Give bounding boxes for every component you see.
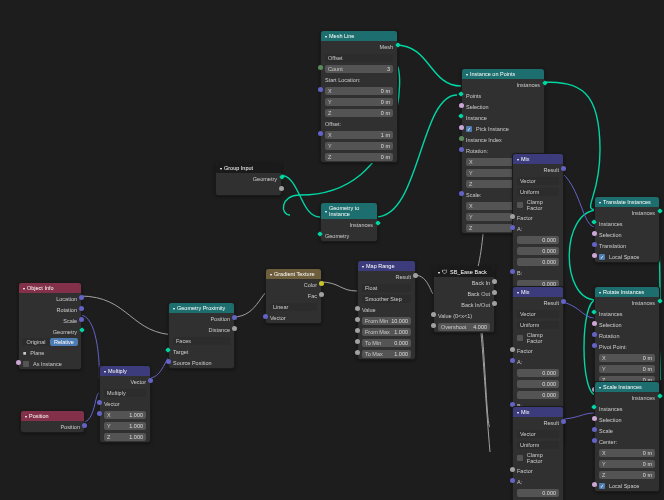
output-scale[interactable]: Scale	[19, 315, 81, 326]
field-from-max[interactable]: From Max1.000	[362, 328, 411, 336]
node-header[interactable]: ▾Position	[21, 411, 84, 421]
output-result[interactable]: Result	[513, 297, 563, 308]
input-points[interactable]: Points	[462, 90, 544, 101]
type-dropdown[interactable]: Vector	[517, 177, 559, 185]
node-mesh-line[interactable]: ▾Mesh Line Mesh Offset Count3 Start Loca…	[320, 30, 398, 163]
node-header[interactable]: ▾Mesh Line	[321, 31, 397, 41]
field-ax[interactable]: 0.000	[517, 236, 559, 244]
input-vector[interactable]: Vector	[100, 398, 150, 409]
field-to-max[interactable]: To Max1.000	[362, 350, 411, 358]
output-back-in[interactable]: Back In	[434, 277, 494, 288]
input-local-space[interactable]: Local Space	[595, 251, 659, 262]
node-header[interactable]: ▾Mix	[513, 407, 563, 417]
input-instance[interactable]: Instance	[462, 112, 544, 123]
input-count[interactable]: Count3	[321, 63, 397, 74]
input-selection[interactable]: Selection	[595, 319, 659, 330]
field-offset-z[interactable]: Z0 m	[325, 153, 393, 161]
field-z[interactable]: Z1.000	[104, 433, 146, 441]
output-result[interactable]: Result	[513, 164, 563, 175]
field-center-x[interactable]: X0 m	[599, 449, 655, 457]
node-group-input[interactable]: ▾Group Input Geometry	[215, 162, 282, 196]
input-value[interactable]: Value (0<x<1)	[434, 310, 494, 321]
input-instances[interactable]: Instances	[595, 308, 659, 319]
interp-dropdown[interactable]: Smoother Step	[362, 295, 411, 303]
node-position[interactable]: ▾Position Position	[20, 410, 85, 433]
field-to-min[interactable]: To Min0.000	[362, 339, 411, 347]
field-offset-x[interactable]: X1 m	[325, 131, 393, 139]
field-overshoot[interactable]: Overshoot4.000	[438, 323, 490, 331]
field-from-min[interactable]: From Min10.000	[362, 317, 411, 325]
input-translation[interactable]: Translation	[595, 240, 659, 251]
node-scale-instances[interactable]: ▾Scale Instances Instances Instances Sel…	[594, 381, 660, 492]
node-header[interactable]: ▾Group Input	[216, 163, 281, 173]
field-x[interactable]: X1.000	[104, 411, 146, 419]
input-factor[interactable]: Factor	[513, 212, 563, 223]
field-ax[interactable]: 0.000	[517, 489, 559, 497]
node-header[interactable]: ▾🛡SB_Ease Back	[434, 267, 494, 277]
output-instances[interactable]: Instances	[595, 207, 659, 218]
field-az[interactable]: 0.000	[517, 391, 559, 399]
node-map-range[interactable]: ▾Map Range Result Float Smoother Step Va…	[357, 260, 416, 360]
clamp-factor[interactable]: Clamp Factor	[513, 450, 563, 465]
node-header[interactable]: ▾Geometry Proximity	[169, 303, 234, 313]
clamp-factor[interactable]: Clamp Factor	[513, 197, 563, 212]
input-vector[interactable]: Vector	[266, 312, 321, 323]
input-factor[interactable]: Factor	[513, 345, 563, 356]
node-mix-c[interactable]: ▾Mix Result Vector Uniform Clamp Factor …	[512, 406, 564, 500]
mode-dropdown[interactable]: Offset	[325, 54, 393, 62]
node-object-info[interactable]: ▾Object Info Location Rotation Scale Geo…	[18, 282, 82, 370]
input-selection[interactable]: Selection	[595, 414, 659, 425]
field-center-z[interactable]: Z0 m	[599, 471, 655, 479]
input-value[interactable]: Value	[358, 304, 415, 315]
type-dropdown[interactable]: Float	[362, 284, 411, 292]
output-fac[interactable]: Fac	[266, 290, 321, 301]
input-target[interactable]: Target	[169, 346, 234, 357]
output-location[interactable]: Location	[19, 293, 81, 304]
node-header[interactable]: ▾Geometry to Instance	[321, 203, 377, 219]
type-dropdown[interactable]: Vector	[517, 310, 559, 318]
output-position[interactable]: Position	[169, 313, 234, 324]
mode-dropdown[interactable]: Uniform	[517, 188, 559, 196]
node-multiply[interactable]: ▾Multiply Vector Multiply Vector X1.000 …	[99, 365, 151, 443]
field-offset-y[interactable]: Y0 m	[325, 142, 393, 150]
output-geometry[interactable]: Geometry	[216, 173, 281, 184]
node-header[interactable]: ▾Instance on Points	[462, 69, 544, 79]
mode-dropdown[interactable]: Faces	[173, 337, 230, 345]
field-y[interactable]: Y1.000	[104, 422, 146, 430]
input-pick-instance[interactable]: Pick Instance	[462, 123, 544, 134]
mode-dropdown[interactable]: Uniform	[517, 441, 559, 449]
node-header[interactable]: ▾Translate Instances	[595, 197, 659, 207]
output-instances[interactable]: Instances	[595, 392, 659, 403]
field-ay[interactable]: 0.000	[517, 247, 559, 255]
output-mesh[interactable]: Mesh	[321, 41, 397, 52]
input-factor[interactable]: Factor	[513, 465, 563, 476]
field-start-z[interactable]: Z0 m	[325, 109, 393, 117]
node-gradient-texture[interactable]: ▾Gradient Texture Color Fac Linear Vecto…	[265, 268, 322, 324]
node-editor-canvas[interactable]: { "nodes": { "meshLine": {"title":"Mesh …	[0, 0, 664, 500]
output-instances[interactable]: Instances	[321, 219, 377, 230]
mode-dropdown[interactable]: Uniform	[517, 321, 559, 329]
field-ax[interactable]: 0.000	[517, 369, 559, 377]
node-header[interactable]: ▾Mix	[513, 287, 563, 297]
output-result[interactable]: Result	[358, 271, 415, 282]
clamp-factor[interactable]: Clamp Factor	[513, 330, 563, 345]
input-selection[interactable]: Selection	[595, 229, 659, 240]
transform-tabs[interactable]: OriginalRelative	[22, 338, 78, 346]
field-start-y[interactable]: Y0 m	[325, 98, 393, 106]
input-instances[interactable]: Instances	[595, 403, 659, 414]
node-header[interactable]: ▾Mix	[513, 154, 563, 164]
node-header[interactable]: ▾Gradient Texture	[266, 269, 321, 279]
input-source-position[interactable]: Source Position	[169, 357, 234, 368]
output-instances[interactable]: Instances	[462, 79, 544, 90]
output-result[interactable]: Result	[513, 417, 563, 428]
input-as-instance[interactable]: As Instance	[19, 358, 81, 369]
output-distance[interactable]: Distance	[169, 324, 234, 335]
field-pivot-y[interactable]: Y0 m	[599, 365, 655, 373]
output-geometry[interactable]: Geometry	[19, 326, 81, 337]
output-back-out[interactable]: Back Out	[434, 288, 494, 299]
node-header[interactable]: ▾Map Range	[358, 261, 415, 271]
node-translate-instances[interactable]: ▾Translate Instances Instances Instances…	[594, 196, 660, 263]
output-position[interactable]: Position	[21, 421, 84, 432]
field-pivot-x[interactable]: X0 m	[599, 354, 655, 362]
node-header[interactable]: ▾Scale Instances	[595, 382, 659, 392]
